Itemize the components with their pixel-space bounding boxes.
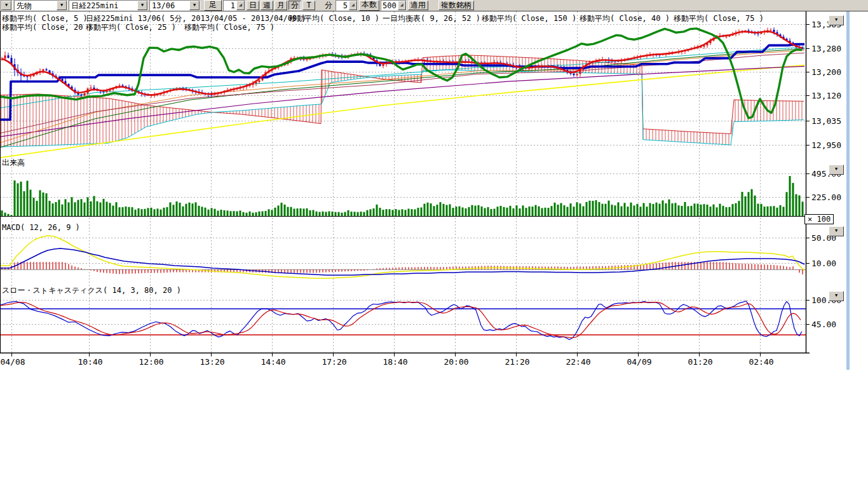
time-axis-label: 10:40	[78, 357, 102, 367]
y-axis-label: 13,280	[811, 44, 841, 53]
time-axis-label: 13:20	[200, 357, 224, 367]
time-axis-label: 21:20	[505, 357, 529, 367]
y-axis-label: 13,035	[811, 116, 841, 126]
chart-application-window: ▼ 先物▼ 日経225mini▼ 13/06▼ 足 1◢ 日 週 月 分 T 分…	[0, 0, 868, 488]
y-axis-label: 10.00	[811, 259, 836, 268]
pane-dropdown-button[interactable]: ▼	[829, 291, 844, 301]
y-axis-label: 225.00	[811, 193, 841, 202]
y-axis-label: 13,200	[811, 67, 841, 77]
chart-canvas[interactable]: 13,36513,28013,20013,12013,03512,950495.…	[0, 0, 868, 488]
pane-dropdown-button[interactable]: ▼	[829, 226, 844, 236]
time-axis-label: 01:20	[688, 357, 712, 367]
time-axis-label: 04/09	[627, 357, 651, 367]
y-axis-label: 45.00	[811, 320, 836, 329]
y-axis-label: 13,120	[811, 91, 841, 100]
y-axis-label: 12,950	[811, 140, 841, 150]
pane-dropdown-button[interactable]: ▼	[829, 15, 844, 25]
time-axis-label: 18:40	[383, 357, 407, 367]
time-axis-label: 22:40	[566, 357, 590, 367]
time-axis-label: 12:00	[139, 357, 163, 367]
time-axis-label: 02:40	[749, 357, 773, 367]
time-axis-label: 14:40	[261, 357, 285, 367]
time-axis-label: 17:20	[322, 357, 346, 367]
time-axis-label: 20:00	[444, 357, 468, 367]
pane-dropdown-button[interactable]: ▼	[829, 165, 844, 175]
time-axis-label: 04/08	[0, 357, 25, 367]
